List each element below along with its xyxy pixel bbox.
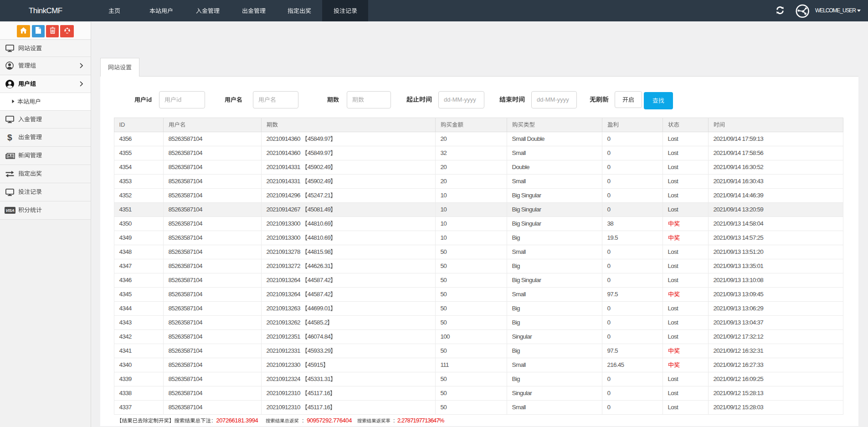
svg-text:VISA: VISA bbox=[5, 208, 14, 213]
